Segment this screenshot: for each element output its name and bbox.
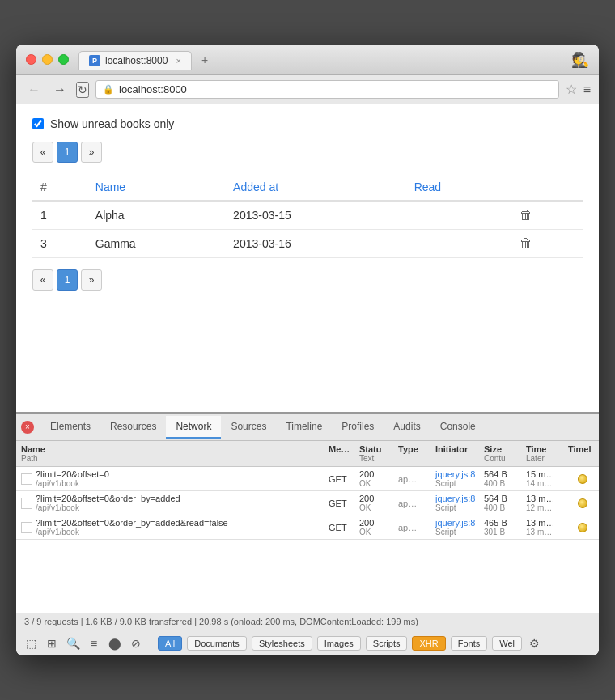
row-3-size-main: 465 B xyxy=(484,518,523,528)
row-2-size: 564 B 400 B xyxy=(482,491,524,515)
pagination-bottom: « 1 » xyxy=(32,269,583,291)
browser-tab[interactable]: P localhost:8000 × xyxy=(78,51,192,70)
tab-audits[interactable]: Audits xyxy=(384,416,430,439)
next-page-button[interactable]: » xyxy=(81,142,102,163)
row-1-path: /api/v1/book xyxy=(36,479,109,488)
tab-sources[interactable]: Sources xyxy=(221,416,276,439)
filter-stylesheets[interactable]: Stylesheets xyxy=(252,636,312,651)
row-read xyxy=(406,201,511,230)
col-header-added[interactable]: Added at xyxy=(225,174,406,201)
row-2-time-main: 13 m… xyxy=(526,494,565,503)
url-field[interactable]: 🔒 localhost:8000 xyxy=(95,80,559,99)
tab-area: P localhost:8000 × + xyxy=(78,50,571,70)
col-initiator-header: Initiator xyxy=(434,441,482,466)
tab-timeline[interactable]: Timeline xyxy=(276,416,332,439)
filter-scripts[interactable]: Scripts xyxy=(366,636,408,651)
row-1-size-sub: 400 B xyxy=(484,479,523,488)
close-button[interactable] xyxy=(26,54,36,65)
filter-fonts[interactable]: Fonts xyxy=(451,636,488,651)
tab-resources[interactable]: Resources xyxy=(100,416,166,439)
new-tab-button[interactable]: + xyxy=(195,50,214,70)
books-table: # Name Added at Read 1 Alpha 2013-03-15 … xyxy=(32,174,583,258)
search-icon[interactable]: 🔍 xyxy=(65,635,81,651)
prev-page-button-bottom[interactable]: « xyxy=(32,269,53,291)
page-1-button-bottom[interactable]: 1 xyxy=(57,269,78,291)
row-1-checkbox[interactable] xyxy=(21,473,32,485)
row-id: 1 xyxy=(32,201,87,230)
devtools-bottom-toolbar: ⬚ ⊞ 🔍 ≡ ⬤ ⊘ All Documents Stylesheets Im… xyxy=(16,630,599,655)
tab-console[interactable]: Console xyxy=(430,416,486,439)
row-2-type: ap… xyxy=(397,496,434,511)
maximize-button[interactable] xyxy=(58,54,69,65)
row-1-timeline xyxy=(566,472,599,486)
row-2-path: /api/v1/book xyxy=(36,503,180,512)
back-button[interactable]: ← xyxy=(24,81,44,99)
row-delete-cell: 🗑 xyxy=(511,230,583,258)
record-icon[interactable]: ⬤ xyxy=(107,635,123,651)
show-unread-checkbox[interactable] xyxy=(32,118,44,129)
row-3-size: 465 B 301 B xyxy=(482,515,524,539)
delete-button-1[interactable]: 🗑 xyxy=(520,208,532,223)
filter-all[interactable]: All xyxy=(158,636,182,651)
network-row[interactable]: ?limit=20&offset=0 /api/v1/book GET 200 … xyxy=(16,467,599,491)
next-page-button-bottom[interactable]: » xyxy=(81,269,102,291)
network-row[interactable]: ?limit=20&offset=0&order_by=added /api/v… xyxy=(16,491,599,515)
row-3-name: ?limit=20&offset=0&order_by=added&read=f… xyxy=(16,515,325,539)
row-1-name: ?limit=20&offset=0 /api/v1/book xyxy=(16,467,325,490)
tab-close-button[interactable]: × xyxy=(176,56,181,66)
row-1-type: ap… xyxy=(397,472,434,486)
row-1-time-sub: 14 m… xyxy=(526,479,565,488)
filter-documents[interactable]: Documents xyxy=(187,636,247,651)
row-name: Gamma xyxy=(87,230,225,258)
tab-network[interactable]: Network xyxy=(166,416,221,439)
devtools-tab-bar: × Elements Resources Network Sources Tim… xyxy=(16,414,599,441)
title-bar: P localhost:8000 × + 🕵️ xyxy=(16,45,599,75)
forward-button[interactable]: → xyxy=(50,81,70,99)
row-2-status-code: 200 xyxy=(359,494,395,503)
tab-profiles[interactable]: Profiles xyxy=(332,416,384,439)
tab-favicon: P xyxy=(89,55,100,66)
pagination-top: « 1 » xyxy=(32,142,583,163)
filter-wel[interactable]: Wel xyxy=(492,636,522,651)
row-3-type: ap… xyxy=(397,520,434,535)
row-2-checkbox[interactable] xyxy=(21,498,32,509)
col-header-id: # xyxy=(32,174,87,201)
page-content: Show unread books only « 1 » # Name Adde… xyxy=(16,104,599,412)
refresh-button[interactable]: ↻ xyxy=(76,82,89,98)
row-1-size: 564 B 400 B xyxy=(482,467,524,490)
status-bar-text: 3 / 9 requests | 1.6 KB / 9.0 KB transfe… xyxy=(24,617,418,626)
col-header-name[interactable]: Name xyxy=(87,174,225,201)
row-2-time: 13 m… 12 m… xyxy=(524,491,566,515)
network-content: Name Path Me… Statu Text Type Initiator … xyxy=(16,441,599,613)
row-3-checkbox[interactable] xyxy=(21,522,32,533)
row-3-time-sub: 13 m… xyxy=(526,528,565,537)
devtools-status-bar: 3 / 9 requests | 1.6 KB / 9.0 KB transfe… xyxy=(16,613,599,630)
browser-window: P localhost:8000 × + 🕵️ ← → ↻ 🔒 localhos… xyxy=(16,45,599,655)
settings-icon[interactable]: ⚙ xyxy=(527,635,543,651)
col-method-header: Me… xyxy=(325,441,358,466)
page-1-button[interactable]: 1 xyxy=(57,142,78,163)
url-lock-icon: 🔒 xyxy=(103,84,114,95)
minimize-button[interactable] xyxy=(42,54,53,65)
bookmark-icon[interactable]: ☆ xyxy=(566,82,577,97)
row-3-initiator-link: jquery.js:8 xyxy=(435,518,481,528)
row-3-path: /api/v1/book xyxy=(36,528,228,537)
menu-icon[interactable]: ≡ xyxy=(583,83,591,97)
filter-images[interactable]: Images xyxy=(317,636,361,651)
col-header-read[interactable]: Read xyxy=(406,174,511,201)
row-2-url: ?limit=20&offset=0&order_by=added xyxy=(36,494,180,503)
col-name-label: Name xyxy=(21,444,320,454)
filter-xhr[interactable]: XHR xyxy=(412,636,445,651)
devtools-close-button[interactable]: × xyxy=(21,421,34,434)
inspect-icon[interactable]: ⬚ xyxy=(23,635,39,651)
stop-icon[interactable]: ⊘ xyxy=(128,635,144,651)
row-3-status-code: 200 xyxy=(359,518,395,528)
tab-elements[interactable]: Elements xyxy=(40,416,100,439)
delete-button-2[interactable]: 🗑 xyxy=(520,236,532,251)
row-2-initiator: jquery.js:8 Script xyxy=(434,491,482,515)
row-1-initiator: jquery.js:8 Script xyxy=(434,467,482,490)
list-icon[interactable]: ≡ xyxy=(86,635,102,651)
console-icon[interactable]: ⊞ xyxy=(44,635,60,651)
prev-page-button[interactable]: « xyxy=(32,142,53,163)
network-row[interactable]: ?limit=20&offset=0&order_by=added&read=f… xyxy=(16,515,599,540)
